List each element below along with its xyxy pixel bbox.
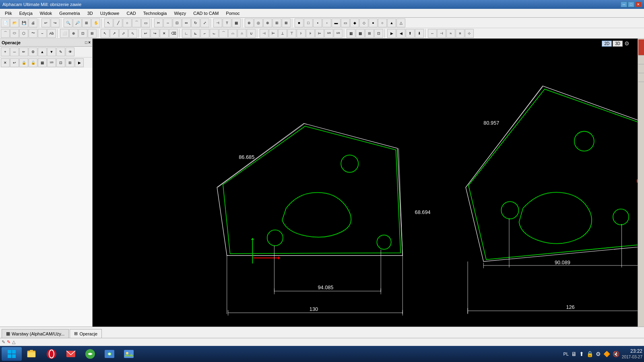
panel-tb2-c[interactable]: 🔒 (19, 58, 28, 67)
tb2-d6[interactable]: ⊧ (306, 29, 315, 38)
taskbar-mail[interactable] (62, 347, 80, 361)
tb2-g5[interactable]: ⊹ (465, 29, 474, 38)
tb-mirror[interactable]: ⇔ (182, 19, 191, 27)
tb-new[interactable]: 📄 (1, 19, 10, 27)
panel-tb2-f[interactable]: ¹²³ (47, 58, 56, 67)
tb-open[interactable]: 📂 (10, 19, 19, 27)
tb-dim[interactable]: ⊣ (213, 19, 222, 27)
tab-warstwy[interactable]: ▦ Warstwy (AlphaCAM/Uży... (2, 329, 69, 338)
tb-pan[interactable]: ✋ (91, 19, 100, 27)
panel-tb2-e[interactable]: ▦ (38, 58, 47, 67)
taskbar-explorer[interactable] (23, 347, 41, 361)
tb2-poly[interactable]: ⬡ (19, 29, 28, 38)
tb-select[interactable]: ↖ (104, 19, 113, 27)
cad-viewport[interactable]: 2D 3D ⚙ 94.085 130 86.685 (93, 39, 638, 327)
tb2-a3[interactable]: ⊡ (78, 29, 87, 38)
tb2-f2[interactable]: ◀ (396, 29, 405, 38)
tb2-c5[interactable]: ⌒ (219, 29, 228, 38)
tb2-c7[interactable]: ∩ (237, 29, 246, 38)
tb2-spline[interactable]: 〜 (29, 29, 37, 38)
tb2-f4[interactable]: ⬇ (415, 29, 424, 38)
tb2-e2[interactable]: ▩ (356, 29, 365, 38)
tb2-g4[interactable]: ≡ (456, 29, 464, 38)
tb-line[interactable]: ╱ (114, 19, 122, 27)
menu-plik[interactable]: Plik (2, 9, 15, 17)
tb-save[interactable]: 💾 (19, 19, 28, 27)
view-2d-button[interactable]: 2D (602, 41, 612, 47)
tb-b8[interactable]: ◇ (359, 19, 368, 27)
close-button[interactable]: ✕ (635, 2, 642, 7)
panel-eye[interactable]: 👁 (66, 47, 74, 56)
tb-b11[interactable]: ▲ (387, 19, 396, 27)
tb-extend[interactable]: ↔ (163, 19, 172, 27)
menu-wiezy[interactable]: Więzy (171, 9, 189, 17)
tb2-e3[interactable]: ⊞ (365, 29, 374, 38)
rs-btn-2[interactable] (638, 56, 644, 64)
panel-close-btn[interactable]: × (88, 40, 91, 45)
tb-circle[interactable]: ○ (123, 19, 132, 27)
tb2-f1[interactable]: ▶ (387, 29, 396, 38)
tb2-d3[interactable]: ⊥ (278, 29, 287, 38)
tb-undo[interactable]: ↩ (41, 19, 50, 27)
menu-technologia[interactable]: Technologia (140, 9, 170, 17)
menu-widok[interactable]: Widok (37, 9, 56, 17)
tab-operacje[interactable]: ⊞ Operacje (70, 329, 102, 338)
tb2-e1[interactable]: ▦ (347, 29, 355, 38)
panel-props[interactable]: ⚙ (29, 47, 37, 56)
panel-up[interactable]: ▲ (38, 47, 47, 56)
tb2-fillet[interactable]: ⌣ (38, 29, 47, 38)
tb2-u[interactable]: ↖ (101, 29, 109, 38)
start-button[interactable] (2, 347, 22, 361)
tb2-u3[interactable]: ⬀ (119, 29, 128, 38)
tb-b3[interactable]: ▪ (313, 19, 322, 27)
view-expand-icon[interactable]: ⚙ (624, 40, 630, 47)
tb-scale[interactable]: ⤢ (200, 19, 209, 27)
tb-snap4[interactable]: ⊞ (272, 19, 281, 27)
tb-b2[interactable]: □ (304, 19, 313, 27)
tb-hatch[interactable]: ▦ (232, 19, 241, 27)
tb-text[interactable]: T (223, 19, 231, 27)
tb2-d7[interactable]: ⊨ (315, 29, 324, 38)
menu-cad-to-cam[interactable]: CAD to CAM (190, 9, 222, 17)
tb2-del[interactable]: ⌫ (169, 29, 178, 38)
tb-rotate[interactable]: ↻ (191, 19, 200, 27)
panel-add[interactable]: + (1, 47, 10, 56)
tb2-d9[interactable]: ¹²³ (334, 29, 343, 38)
tb2-arc[interactable]: ⌒ (1, 29, 10, 38)
tb2-ellipse[interactable]: ⬭ (10, 29, 19, 38)
panel-edit[interactable]: ✏ (19, 47, 28, 56)
panel-tb2-b[interactable]: ↩ (10, 58, 19, 67)
panel-tb2-g[interactable]: ⊡ (56, 58, 65, 67)
tb-snap5[interactable]: ⊠ (282, 19, 291, 27)
tb2-a2[interactable]: ⊕ (69, 29, 78, 38)
rs-btn-3[interactable] (638, 65, 644, 73)
menu-cad[interactable]: CAD (123, 9, 139, 17)
panel-down[interactable]: ▼ (47, 47, 56, 56)
tb-b7[interactable]: ◆ (350, 19, 359, 27)
tb2-e4[interactable]: ⊡ (374, 29, 383, 38)
tb2-a4[interactable]: ⊞ (88, 29, 97, 38)
tb2-d1[interactable]: ⊣ (260, 29, 268, 38)
panel-tb2-h[interactable]: ⊞ (66, 58, 74, 67)
tb2-redo[interactable]: ↪ (151, 29, 159, 38)
tb-snap1[interactable]: ⊕ (245, 19, 254, 27)
right-edge-tab[interactable] (637, 179, 638, 183)
tb2-d4[interactable]: ⊤ (287, 29, 296, 38)
tb-b9[interactable]: ● (369, 19, 378, 27)
tb2-g2[interactable]: ⊣ (437, 29, 446, 38)
tb2-c4[interactable]: ⌙ (210, 29, 219, 38)
tb2-c8[interactable]: ∪ (247, 29, 256, 38)
menu-geometria[interactable]: Geometria (56, 9, 83, 17)
tb-rect[interactable]: ▭ (141, 19, 150, 27)
taskbar-opera[interactable] (43, 347, 60, 361)
tb2-g1[interactable]: ↔ (428, 29, 437, 38)
tb2-text2[interactable]: Ab (47, 29, 56, 38)
tb2-g3[interactable]: ≈ (446, 29, 455, 38)
maximize-button[interactable]: □ (628, 2, 634, 7)
tb2-a1[interactable]: ⬜ (60, 29, 69, 38)
tb2-u2[interactable]: ↗ (110, 29, 119, 38)
tb-redo[interactable]: ↪ (51, 19, 60, 27)
rs-btn-1[interactable] (638, 39, 644, 56)
taskbar-blue[interactable] (120, 347, 138, 361)
rs-btn-4[interactable] (638, 74, 644, 82)
